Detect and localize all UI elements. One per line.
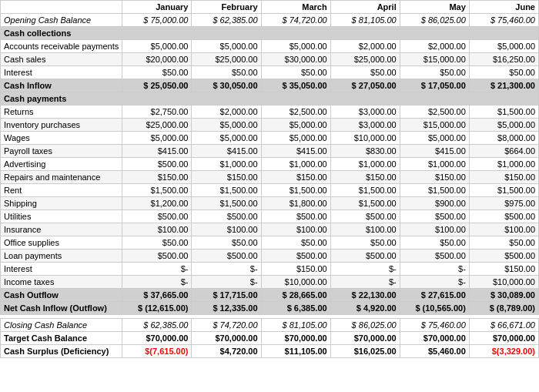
row-value-4: $50.00 [330,66,400,79]
column-month-header-march: March [261,1,330,14]
total-row: Cash Inflow$ 25,050.00$ 30,050.00$ 35,05… [1,79,539,92]
total-value-5: $ 27,615.00 [400,289,469,302]
row-value-6: $1,000.00 [469,158,538,171]
row-value-6: $975.00 [469,197,538,210]
row-value-1: $150.00 [122,171,192,184]
row-value-4: $2,000.00 [330,40,400,53]
row-value-5: $- [400,276,469,289]
row-value-2: $2,000.00 [192,106,261,119]
table-row: Inventory purchases$25,000.00$5,000.00$5… [1,119,539,132]
row-value-1: $50.00 [122,66,192,79]
row-label: Utilities [1,210,122,223]
row-value-3: $100.00 [261,223,330,236]
row-value-5: $15,000.00 [400,119,469,132]
row-value-2: $50.00 [192,66,261,79]
row-label: Interest [1,66,122,79]
row-value-5: $- [400,263,469,276]
net-cash-value-2: $ 12,335.00 [192,302,261,315]
column-month-header-june: June [469,1,538,14]
row-value-6: $50.00 [469,66,538,79]
surplus-value-3: $11,105.00 [261,345,330,358]
total-value-1: $ 37,665.00 [122,289,192,302]
surplus-value-4: $16,025.00 [330,345,400,358]
row-value-1: $100.00 [122,223,192,236]
row-label: Accounts receivable payments [1,40,122,53]
row-value-4: $1,000.00 [330,158,400,171]
row-value-3: $1,000.00 [261,158,330,171]
row-value-1: $- [122,276,192,289]
row-value-3: $150.00 [261,171,330,184]
row-value-1: $415.00 [122,145,192,158]
row-value-6: $664.00 [469,145,538,158]
row-value-4: $500.00 [330,210,400,223]
total-value-6: $ 21,300.00 [469,79,538,92]
row-value-3: $10,000.00 [261,276,330,289]
total-label: Cash Inflow [1,79,122,92]
row-value-6: $150.00 [469,263,538,276]
target-label: Target Cash Balance [1,332,122,345]
row-value-1: $1,200.00 [122,197,192,210]
total-row: Cash Outflow$ 37,665.00$ 17,715.00$ 28,6… [1,289,539,302]
row-value-3: $30,000.00 [261,53,330,66]
row-value-6: $150.00 [469,171,538,184]
row-value-5: $500.00 [400,250,469,263]
net-cash-value-4: $ 4,920.00 [330,302,400,315]
row-label: Repairs and maintenance [1,171,122,184]
row-value-5: $150.00 [400,171,469,184]
row-value-6: $500.00 [469,210,538,223]
table-row: Cash sales$20,000.00$25,000.00$30,000.00… [1,53,539,66]
target-value-2: $70,000.00 [192,332,261,345]
row-value-3: $500.00 [261,210,330,223]
section-header-row: Cash collections [1,27,539,40]
opening-value-5: $ 86,025.00 [400,14,469,27]
table-row: Payroll taxes$415.00$415.00$415.00$830.0… [1,145,539,158]
closing-label: Closing Cash Balance [1,319,122,332]
row-value-5: $1,000.00 [400,158,469,171]
row-value-3: $5,000.00 [261,40,330,53]
row-label: Loan payments [1,250,122,263]
total-value-6: $ 30,089.00 [469,289,538,302]
closing-value-5: $ 75,460.00 [400,319,469,332]
row-value-2: $1,000.00 [192,158,261,171]
row-value-3: $415.00 [261,145,330,158]
row-value-4: $1,500.00 [330,184,400,197]
total-value-3: $ 35,050.00 [261,79,330,92]
row-value-2: $1,500.00 [192,184,261,197]
row-value-6: $10,000.00 [469,276,538,289]
row-value-3: $1,500.00 [261,184,330,197]
opening-label: Opening Cash Balance [1,14,122,27]
table-row: Loan payments$500.00$500.00$500.00$500.0… [1,250,539,263]
closing-value-6: $ 66,671.00 [469,319,538,332]
row-value-5: $2,000.00 [400,40,469,53]
surplus-value-6: $(3,329.00) [469,345,538,358]
row-label: Shipping [1,197,122,210]
table-row: Interest$-$-$150.00$-$-$150.00 [1,263,539,276]
row-label: Insurance [1,223,122,236]
total-value-1: $ 25,050.00 [122,79,192,92]
row-value-6: $1,500.00 [469,184,538,197]
total-value-4: $ 22,130.00 [330,289,400,302]
column-month-header-may: May [400,1,469,14]
row-label: Inventory purchases [1,119,122,132]
opening-value-6: $ 75,460.00 [469,14,538,27]
net-cash-row: Net Cash Inflow (Outflow)$ (12,615.00)$ … [1,302,539,315]
table-row: Interest$50.00$50.00$50.00$50.00$50.00$5… [1,66,539,79]
row-label: Office supplies [1,236,122,250]
table-row: Wages$5,000.00$5,000.00$5,000.00$10,000.… [1,132,539,145]
table-row: Shipping$1,200.00$1,500.00$1,800.00$1,50… [1,197,539,210]
row-value-4: $- [330,263,400,276]
header-row: JanuaryFebruaryMarchAprilMayJune [1,1,539,14]
row-value-3: $50.00 [261,236,330,250]
row-value-2: $- [192,263,261,276]
total-value-5: $ 17,050.00 [400,79,469,92]
row-label: Payroll taxes [1,145,122,158]
section-header-label: Cash payments [1,92,539,106]
column-month-header-january: January [122,1,192,14]
row-value-5: $15,000.00 [400,53,469,66]
column-label-header [1,1,122,14]
row-value-4: $1,500.00 [330,197,400,210]
row-value-5: $50.00 [400,236,469,250]
row-value-2: $1,500.00 [192,197,261,210]
row-value-5: $2,500.00 [400,106,469,119]
table-row: Rent$1,500.00$1,500.00$1,500.00$1,500.00… [1,184,539,197]
